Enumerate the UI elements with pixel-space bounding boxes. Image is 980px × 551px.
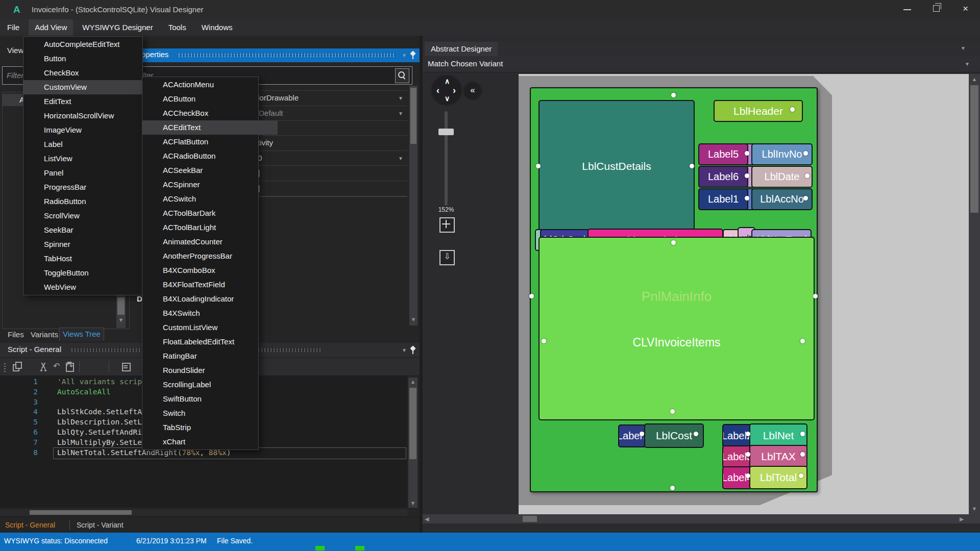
tab-abstract-designer[interactable]: Abstract Designer [425, 42, 498, 56]
selection-handle[interactable] [694, 432, 698, 436]
selection-handle[interactable] [805, 173, 810, 178]
menu-item-progressbar[interactable]: ProgressBar [23, 180, 162, 194]
selection-handle[interactable] [536, 164, 541, 168]
designer-view-clvinvoiceitems[interactable]: PnlMainInfoCLVInvoiceItems [538, 237, 815, 420]
submenu-item-acactionmenu[interactable]: ACActionMenu [142, 78, 278, 92]
submenu-item-anotherprogressbar[interactable]: AnotherProgressBar [142, 249, 278, 263]
redo-icon[interactable]: ↷ [66, 361, 73, 371]
selection-handle[interactable] [813, 294, 818, 298]
selection-handle[interactable] [803, 151, 808, 156]
menu-item-button[interactable]: Button [23, 52, 162, 66]
zoom-slider-track[interactable] [445, 111, 448, 206]
chevron-down-icon[interactable]: ▼ [398, 156, 403, 161]
menu-item-radiobutton[interactable]: RadioButton [23, 194, 162, 209]
designer-view-label1[interactable]: Label1 [698, 188, 748, 210]
submenu-item-acradiobutton[interactable]: ACRadioButton [142, 149, 278, 163]
selection-handle[interactable] [670, 409, 675, 414]
submenu-item-b4xloadingindicator[interactable]: B4XLoadingIndicator [142, 292, 278, 306]
submenu-item-b4xswitch[interactable]: B4XSwitch [142, 306, 278, 320]
submenu-item-animatedcounter[interactable]: AnimatedCounter [142, 235, 278, 249]
submenu-item-switch[interactable]: Switch [142, 406, 278, 420]
menu-item-imageview[interactable]: ImageView [23, 123, 162, 137]
designer-view-label3[interactable]: Label3 [722, 445, 752, 468]
submenu-item-ratingbar[interactable]: RatingBar [142, 349, 278, 363]
submenu-item-customlistview[interactable]: CustomListView [142, 320, 278, 335]
menu-item-tabhost[interactable]: TabHost [23, 252, 162, 266]
submenu-item-scrollinglabel[interactable]: ScrollingLabel [142, 378, 278, 392]
script-hscrollbar[interactable] [0, 509, 407, 516]
menubar-item-file[interactable]: File [1, 19, 26, 36]
submenu-item-roundslider[interactable]: RoundSlider [142, 363, 278, 378]
selection-handle[interactable] [640, 432, 644, 436]
menu-item-webview[interactable]: WebView [23, 280, 162, 294]
submenu-item-swiftbutton[interactable]: SwiftButton [142, 392, 278, 406]
menu-item-panel[interactable]: Panel [23, 166, 162, 180]
selection-handle[interactable] [799, 473, 803, 478]
menu-item-spinner[interactable]: Spinner [23, 237, 162, 252]
menu-item-autocompleteedittext[interactable]: AutoCompleteEditText [23, 37, 162, 52]
selection-handle[interactable] [529, 294, 534, 298]
menu-item-checkbox[interactable]: CheckBox [23, 66, 162, 80]
menubar-item-add-view[interactable]: Add View [29, 19, 73, 36]
menu-item-customview[interactable]: CustomView▶ [23, 80, 162, 94]
selection-handle[interactable] [746, 432, 750, 436]
chevron-down-icon[interactable]: ▼ [402, 347, 407, 353]
selection-handle[interactable] [800, 452, 805, 457]
submenu-item-tabstrip[interactable]: TabStrip [142, 420, 278, 435]
layout-form[interactable]: LblCustDetailsLblHeaderLabel5LblInvNoLab… [530, 87, 818, 492]
chevron-down-icon[interactable]: ▼ [398, 111, 403, 116]
submenu-item-acswitch[interactable]: ACSwitch [142, 192, 278, 206]
selection-handle[interactable] [745, 151, 749, 156]
menubar-item-windows[interactable]: Windows [195, 19, 239, 36]
selection-handle[interactable] [790, 107, 795, 112]
restore-icon[interactable] [933, 5, 940, 12]
submenu-item-actoolbardark[interactable]: ACToolBarDark [142, 206, 278, 220]
designer-view-lbltotal[interactable]: LblTotal [749, 466, 807, 489]
menu-item-seekbar[interactable]: SeekBar [23, 223, 162, 237]
cut-icon[interactable] [39, 362, 49, 372]
submenu-item-acedittext[interactable]: ACEditText [142, 120, 278, 135]
script-vscrollbar[interactable]: ▲ ▼ [408, 378, 418, 508]
submenu-item-b4xfloattextfield[interactable]: B4XFloatTextField [142, 278, 278, 292]
tab-variants[interactable]: Variants [31, 330, 58, 339]
selection-handle[interactable] [745, 196, 749, 201]
designer-view-lbltax[interactable]: LblTAX [749, 445, 807, 468]
designer-view-lbldate[interactable]: LblDate [751, 166, 813, 188]
tab-views-tree[interactable]: Views Tree [59, 328, 104, 342]
minimize-icon[interactable] [903, 9, 911, 10]
menu-item-listview[interactable]: ListView [23, 152, 162, 166]
selection-handle[interactable] [671, 240, 676, 245]
menu-item-label[interactable]: Label [23, 137, 162, 152]
properties-scrollbar[interactable]: ▼ [409, 86, 418, 325]
selection-handle[interactable] [800, 432, 805, 436]
designer-vscrollbar[interactable]: ▲ ▼ [969, 74, 980, 514]
menu-item-togglebutton[interactable]: ToggleButton [23, 266, 162, 280]
pan-dpad[interactable]: ∧ ∨ ‹ › [432, 76, 461, 105]
designer-view-label5[interactable]: Label5 [698, 143, 748, 165]
menubar-item-wysiwyg-designer[interactable]: WYSIWYG Designer [76, 19, 159, 36]
submenu-item-acspinner[interactable]: ACSpinner [142, 178, 278, 192]
menu-item-edittext[interactable]: EditText [23, 94, 162, 109]
chevron-down-icon[interactable]: ▼ [398, 95, 403, 101]
tab-script-variant[interactable]: Script - Variant [77, 521, 124, 529]
comment-icon[interactable] [121, 362, 132, 372]
undo-icon[interactable]: ↶ [53, 361, 60, 371]
selection-handle[interactable] [800, 339, 805, 343]
copy-icon[interactable] [12, 362, 22, 372]
selection-handle[interactable] [542, 339, 546, 343]
designer-view-lblheader[interactable]: LblHeader [714, 100, 803, 122]
menubar-item-tools[interactable]: Tools [162, 19, 192, 36]
menu-item-scrollview[interactable]: ScrollView [23, 209, 162, 223]
submenu-item-floatlabelededittext[interactable]: FloatLabeledEditText [142, 335, 278, 349]
selection-handle[interactable] [745, 173, 749, 178]
selection-handle[interactable] [690, 164, 694, 168]
selection-handle[interactable] [671, 93, 676, 97]
submenu-item-xchart[interactable]: xChart [142, 435, 278, 449]
zoom-slider-thumb[interactable] [438, 129, 454, 135]
tab-files[interactable]: Files [8, 330, 24, 339]
selection-handle[interactable] [746, 452, 750, 457]
collapse-panel-icon[interactable]: « [464, 83, 481, 99]
selection-handle[interactable] [803, 196, 808, 201]
submenu-item-b4xcombobox[interactable]: B4XComboBox [142, 263, 278, 278]
selection-handle[interactable] [746, 473, 750, 478]
